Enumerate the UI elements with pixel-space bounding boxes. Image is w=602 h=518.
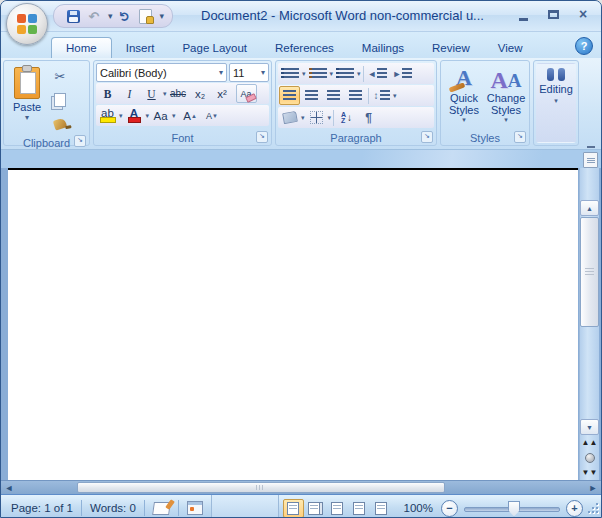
binoculars-icon: [547, 68, 565, 81]
superscript-button[interactable]: x²: [212, 84, 233, 103]
change-case-button[interactable]: Aa: [150, 106, 171, 125]
tab-references[interactable]: References: [261, 38, 348, 58]
office-button[interactable]: [6, 3, 48, 45]
font-name-combobox[interactable]: Calibri (Body)▾: [96, 63, 227, 82]
styles-dialog-launcher[interactable]: ↘: [514, 131, 526, 143]
help-button[interactable]: ?: [575, 37, 593, 55]
print-layout-view-button[interactable]: [283, 499, 304, 518]
macro-record-button[interactable]: [179, 495, 211, 518]
grow-font-button[interactable]: A▲: [180, 106, 201, 125]
tab-review[interactable]: Review: [418, 38, 484, 58]
save-button[interactable]: [64, 7, 82, 25]
vertical-scrollbar[interactable]: ▲ ▼ ▲▲ ▼▼: [579, 168, 599, 480]
italic-button[interactable]: I: [119, 84, 140, 103]
editing-button[interactable]: Editing ▾: [536, 63, 576, 143]
draft-view-button[interactable]: [371, 499, 392, 518]
scroll-down-button[interactable]: ▼: [580, 419, 599, 435]
copy-button[interactable]: [48, 89, 72, 111]
borders-dropdown-arrow[interactable]: ▾: [328, 114, 332, 122]
numbering-dropdown-arrow[interactable]: ▾: [330, 70, 334, 78]
outline-view-button[interactable]: [349, 499, 370, 518]
show-hide-formatting-button[interactable]: ¶: [358, 108, 379, 127]
sort-button[interactable]: AZ ↓: [336, 108, 357, 127]
underline-dropdown-arrow[interactable]: ▾: [163, 90, 167, 98]
decrease-indent-button[interactable]: ◄: [366, 64, 390, 83]
horizontal-scrollbar[interactable]: ◄ ►: [1, 480, 601, 494]
minimize-button[interactable]: [515, 7, 531, 21]
align-center-button[interactable]: [301, 86, 322, 105]
customize-qat-dropdown[interactable]: ▾: [160, 11, 165, 21]
clear-formatting-button[interactable]: Aa: [236, 84, 257, 103]
web-layout-view-button[interactable]: [327, 499, 348, 518]
tab-home[interactable]: Home: [51, 37, 112, 58]
zoom-level[interactable]: 100%: [396, 502, 441, 514]
borders-button[interactable]: [306, 108, 327, 127]
multilevel-dropdown-arrow[interactable]: ▾: [357, 70, 361, 78]
bullets-button[interactable]: [279, 64, 301, 83]
zoom-out-button[interactable]: −: [441, 500, 458, 517]
page-indicator[interactable]: Page: 1 of 1: [3, 495, 81, 518]
increase-indent-button[interactable]: ►: [390, 64, 414, 83]
bold-button[interactable]: B: [97, 84, 118, 103]
undo-dropdown[interactable]: ▾: [108, 11, 113, 21]
format-painter-button[interactable]: [48, 113, 72, 135]
cut-button[interactable]: ✂: [48, 65, 72, 87]
paragraph-dialog-launcher[interactable]: ↘: [421, 131, 433, 143]
resize-grip[interactable]: [587, 502, 599, 514]
document-page[interactable]: [8, 168, 578, 480]
full-screen-reading-icon: [308, 502, 320, 515]
font-dialog-launcher[interactable]: ↘: [256, 131, 268, 143]
justify-icon: [349, 90, 362, 101]
scroll-up-button[interactable]: ▲: [580, 200, 599, 216]
horizontal-scroll-thumb[interactable]: [77, 482, 445, 493]
quick-styles-button[interactable]: A Quick Styles ▾: [443, 63, 485, 128]
horizontal-scroll-track[interactable]: [17, 482, 585, 493]
justify-button[interactable]: [345, 86, 366, 105]
clipboard-dialog-launcher[interactable]: ↘: [74, 135, 86, 147]
word-count[interactable]: Words: 0: [82, 495, 144, 518]
change-styles-button[interactable]: AA Change Styles ▾: [485, 63, 527, 128]
shading-button[interactable]: [279, 108, 300, 127]
next-page-button[interactable]: ▼▼: [581, 465, 598, 480]
vertical-scroll-thumb[interactable]: [580, 217, 599, 327]
paste-button[interactable]: Paste ▾: [6, 63, 48, 135]
shrink-font-button[interactable]: A▼: [202, 106, 223, 125]
numbering-button[interactable]: [307, 64, 329, 83]
ruler-toggle-button[interactable]: [583, 152, 598, 168]
scroll-right-button[interactable]: ►: [585, 482, 601, 493]
font-color-button[interactable]: A: [124, 106, 145, 125]
scroll-left-button[interactable]: ◄: [1, 482, 17, 493]
align-left-button[interactable]: [279, 86, 300, 105]
text-highlight-button[interactable]: ab: [97, 106, 118, 125]
tab-mailings[interactable]: Mailings: [348, 38, 418, 58]
tab-view[interactable]: View: [484, 38, 537, 58]
undo-icon: ↶: [89, 9, 100, 24]
align-right-button[interactable]: [323, 86, 344, 105]
line-spacing-button[interactable]: ↕: [371, 86, 392, 105]
previous-page-button[interactable]: ▲▲: [581, 435, 598, 450]
change-case-dropdown-arrow[interactable]: ▾: [172, 112, 176, 120]
highlight-dropdown-arrow[interactable]: ▾: [119, 112, 123, 120]
close-button[interactable]: ×: [575, 7, 591, 21]
full-screen-reading-view-button[interactable]: [305, 499, 326, 518]
permission-button[interactable]: [137, 7, 155, 25]
bullets-dropdown-arrow[interactable]: ▾: [302, 70, 306, 78]
zoom-slider-thumb[interactable]: [508, 501, 520, 517]
shading-dropdown-arrow[interactable]: ▾: [301, 114, 305, 122]
font-size-combobox[interactable]: 11▾: [229, 63, 269, 82]
zoom-in-button[interactable]: +: [566, 500, 583, 517]
tab-insert[interactable]: Insert: [112, 38, 169, 58]
subscript-button[interactable]: x₂: [190, 84, 211, 103]
tab-page-layout[interactable]: Page Layout: [168, 38, 261, 58]
select-browse-object-button[interactable]: [581, 450, 598, 465]
strikethrough-button[interactable]: abc: [168, 84, 189, 103]
maximize-button[interactable]: [545, 7, 561, 21]
multilevel-list-button[interactable]: [334, 64, 356, 83]
font-color-dropdown-arrow[interactable]: ▾: [146, 112, 150, 120]
proofing-status-button[interactable]: [145, 495, 178, 518]
redo-button[interactable]: ↺: [116, 7, 134, 25]
line-spacing-dropdown-arrow[interactable]: ▾: [393, 92, 397, 100]
zoom-slider[interactable]: [464, 501, 560, 516]
undo-button[interactable]: ↶: [85, 7, 103, 25]
underline-button[interactable]: U: [141, 84, 162, 103]
